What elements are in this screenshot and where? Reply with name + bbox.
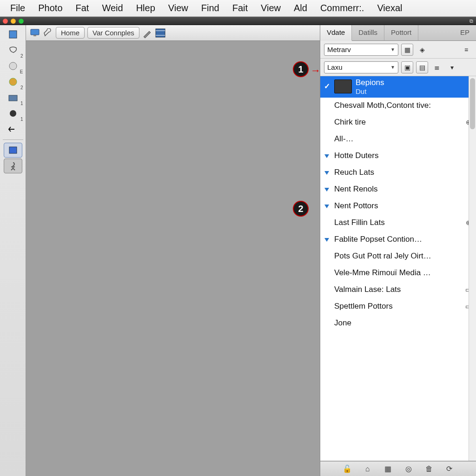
dropdown-metrarv[interactable]: Metrarv ▼	[324, 44, 398, 56]
menu-view2[interactable]: View	[254, 1, 287, 15]
point-tool[interactable]: 1	[4, 106, 22, 121]
svg-point-9	[10, 110, 16, 117]
tab-datills[interactable]: Datills	[352, 25, 384, 40]
item-title: Bepions	[356, 78, 384, 87]
home-icon[interactable]: ⌂	[363, 464, 372, 474]
panel-controls-row-1: Metrarv ▼ ▦ ◈ ≡	[320, 41, 476, 59]
home-button[interactable]: Home	[56, 27, 85, 39]
varconnples-label: Var Connples	[93, 29, 134, 37]
separator	[3, 139, 23, 140]
menu-ald[interactable]: Ald	[287, 1, 314, 15]
list-item[interactable]: Valmain Lase: Lats ▭	[320, 282, 476, 298]
document-tool[interactable]	[4, 143, 22, 158]
item-title: Reuch Lats	[334, 168, 374, 177]
figure-tool[interactable]	[4, 159, 22, 173]
lock-icon[interactable]: 🔓	[343, 464, 352, 474]
scrollbar[interactable]	[469, 76, 476, 461]
svg-point-7	[9, 78, 17, 86]
varconnples-button[interactable]: Var Connples	[87, 27, 139, 39]
chevron-down-icon: ▼	[390, 65, 395, 70]
item-title: Jone	[334, 318, 351, 328]
list-item[interactable]: Fablite Popset Contion…	[320, 231, 476, 248]
calendar-icon[interactable]: ▦	[401, 44, 413, 56]
list-icon[interactable]: ≣	[431, 61, 443, 73]
disclosure-icon[interactable]	[323, 169, 331, 176]
canvas-area[interactable]	[26, 41, 320, 476]
sphere-tool[interactable]: 2	[4, 74, 22, 89]
svg-rect-0	[31, 29, 39, 35]
item-title: Chesvall Moth,Contont tive:	[334, 101, 431, 110]
item-title: Chirk tire	[334, 118, 366, 127]
scrollbar-thumb[interactable]	[470, 78, 475, 129]
menu-fat[interactable]: Fat	[69, 1, 96, 15]
tool-sub: 2	[20, 85, 23, 90]
minimize-icon[interactable]	[11, 19, 16, 24]
menu-photo[interactable]: Photo	[32, 1, 69, 15]
item-title: Hotte Duters	[334, 151, 378, 160]
folder-tool[interactable]: 1	[4, 90, 22, 105]
svg-rect-8	[9, 95, 17, 101]
chevron-down-icon[interactable]: ▾	[446, 61, 458, 73]
folder-icon[interactable]: ▤	[416, 61, 428, 73]
circle-tool[interactable]: E	[4, 59, 22, 73]
tab-pottort[interactable]: Pottort	[384, 25, 418, 40]
menu-fait[interactable]: Fait	[226, 1, 254, 15]
titlebar: ⧉	[0, 17, 476, 25]
disclosure-icon[interactable]	[323, 236, 331, 243]
list-item[interactable]: Vele-Mme Rimouï Media …	[320, 265, 476, 282]
new-folder-icon[interactable]: ▣	[401, 61, 413, 73]
close-icon[interactable]	[3, 19, 8, 24]
preset-list[interactable]: Bepions Dut Chesvall Moth,Contont tive: …	[320, 76, 476, 461]
snap-icon[interactable]: ⧉	[469, 18, 473, 24]
menu-find[interactable]: Find	[195, 1, 226, 15]
disclosure-icon[interactable]	[323, 152, 331, 159]
tool-sub: E	[20, 69, 23, 74]
side-panel: Vdate Datills Pottort EP Metrarv ▼ ▦ ◈ ≡…	[320, 25, 476, 476]
item-title: Last Fillin Lats	[334, 218, 385, 227]
selection-tool[interactable]	[4, 27, 22, 42]
list-item[interactable]: Spettlem Pottors ▭	[320, 298, 476, 315]
list-item[interactable]: Bepions Dut	[320, 76, 476, 98]
monitor-icon[interactable]	[30, 28, 40, 38]
menu-weid[interactable]: Weid	[95, 1, 129, 15]
list-item[interactable]: Last Fillin Lats ⊕	[320, 215, 476, 231]
lasso-tool[interactable]: 2	[4, 43, 22, 58]
wrench-icon[interactable]	[43, 28, 53, 38]
disclosure-icon[interactable]	[323, 185, 331, 193]
list-item[interactable]: Nent Renols	[320, 181, 476, 198]
chevron-down-icon: ▼	[390, 47, 395, 52]
list-item[interactable]: Chesvall Moth,Contont tive:	[320, 98, 476, 114]
dropdown-metrarv-value: Metrarv	[327, 46, 351, 53]
menu-icon[interactable]: ≡	[460, 44, 472, 56]
maximize-icon[interactable]	[19, 19, 24, 24]
list-item[interactable]: Pots Gut Pott ral Jely Oirt…	[320, 248, 476, 265]
menu-view[interactable]: View	[162, 1, 195, 15]
dropdown-laxu-value: Laxu	[327, 63, 343, 71]
sync-icon[interactable]: ⟳	[445, 464, 454, 474]
disclosure-icon[interactable]	[323, 202, 331, 210]
list-item[interactable]: Hotte Duters	[320, 148, 476, 165]
list-item[interactable]: Reuch Lats	[320, 165, 476, 181]
annotation-1: 1	[293, 61, 309, 77]
list-item[interactable]: Nent Pottors	[320, 198, 476, 215]
menu-file[interactable]: File	[4, 1, 32, 15]
window-controls	[3, 19, 24, 24]
brush-icon[interactable]	[142, 28, 152, 38]
target-icon[interactable]: ◎	[404, 464, 413, 474]
tag-icon[interactable]: ◈	[416, 44, 428, 56]
grid-icon[interactable]: ▦	[383, 464, 393, 474]
menu-hlep[interactable]: Hlep	[130, 1, 162, 15]
dropdown-laxu[interactable]: Laxu ▼	[324, 61, 398, 73]
svg-rect-2	[156, 29, 165, 37]
menu-viexal[interactable]: Viexal	[370, 1, 409, 15]
tool-sub: 2	[20, 53, 23, 59]
list-item[interactable]: Chirk tire ⊕	[320, 114, 476, 131]
film-icon[interactable]	[155, 28, 165, 38]
tab-ep[interactable]: EP	[454, 25, 476, 40]
list-item[interactable]: Jone	[320, 315, 476, 332]
list-item[interactable]: All-…	[320, 131, 476, 148]
trash-icon[interactable]: 🗑	[424, 464, 434, 474]
back-arrow-tool[interactable]	[4, 122, 22, 137]
menu-commerr[interactable]: Commerr:.	[314, 1, 370, 15]
tab-vdate[interactable]: Vdate	[320, 25, 352, 41]
